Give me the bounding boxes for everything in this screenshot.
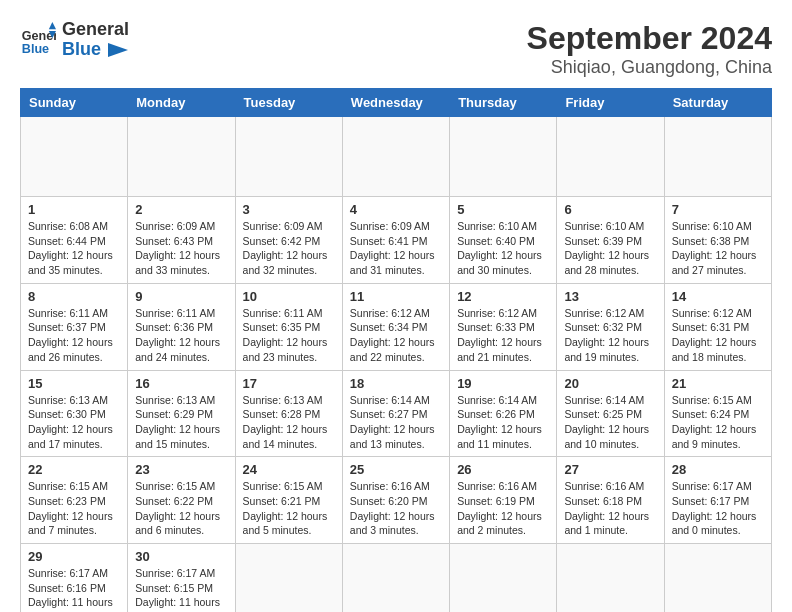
calendar-week-row: 29Sunrise: 6:17 AMSunset: 6:16 PMDayligh…: [21, 544, 772, 613]
month-title: September 2024: [527, 20, 772, 57]
logo-arrow: [108, 43, 128, 57]
table-row: 14Sunrise: 6:12 AMSunset: 6:31 PMDayligh…: [664, 283, 771, 370]
table-row: [557, 544, 664, 613]
table-row: 20Sunrise: 6:14 AMSunset: 6:25 PMDayligh…: [557, 370, 664, 457]
day-info: Sunrise: 6:10 AMSunset: 6:38 PMDaylight:…: [672, 219, 764, 278]
day-number: 12: [457, 289, 549, 304]
day-number: 4: [350, 202, 442, 217]
logo-general: General: [62, 19, 129, 39]
day-number: 21: [672, 376, 764, 391]
day-number: 30: [135, 549, 227, 564]
table-row: [664, 544, 771, 613]
day-info: Sunrise: 6:10 AMSunset: 6:39 PMDaylight:…: [564, 219, 656, 278]
day-number: 7: [672, 202, 764, 217]
svg-marker-2: [49, 22, 56, 29]
calendar-week-row: [21, 117, 772, 197]
day-info: Sunrise: 6:11 AMSunset: 6:35 PMDaylight:…: [243, 306, 335, 365]
calendar-week-row: 22Sunrise: 6:15 AMSunset: 6:23 PMDayligh…: [21, 457, 772, 544]
day-number: 1: [28, 202, 120, 217]
svg-text:Blue: Blue: [22, 41, 49, 55]
col-friday: Friday: [557, 89, 664, 117]
calendar-week-row: 15Sunrise: 6:13 AMSunset: 6:30 PMDayligh…: [21, 370, 772, 457]
table-row: 29Sunrise: 6:17 AMSunset: 6:16 PMDayligh…: [21, 544, 128, 613]
day-number: 3: [243, 202, 335, 217]
day-number: 9: [135, 289, 227, 304]
day-info: Sunrise: 6:09 AMSunset: 6:42 PMDaylight:…: [243, 219, 335, 278]
table-row: 22Sunrise: 6:15 AMSunset: 6:23 PMDayligh…: [21, 457, 128, 544]
table-row: 12Sunrise: 6:12 AMSunset: 6:33 PMDayligh…: [450, 283, 557, 370]
table-row: 5Sunrise: 6:10 AMSunset: 6:40 PMDaylight…: [450, 197, 557, 284]
table-row: 10Sunrise: 6:11 AMSunset: 6:35 PMDayligh…: [235, 283, 342, 370]
day-info: Sunrise: 6:09 AMSunset: 6:41 PMDaylight:…: [350, 219, 442, 278]
col-tuesday: Tuesday: [235, 89, 342, 117]
day-number: 17: [243, 376, 335, 391]
logo-icon: General Blue: [20, 22, 56, 58]
day-number: 8: [28, 289, 120, 304]
day-info: Sunrise: 6:14 AMSunset: 6:25 PMDaylight:…: [564, 393, 656, 452]
day-info: Sunrise: 6:12 AMSunset: 6:34 PMDaylight:…: [350, 306, 442, 365]
day-info: Sunrise: 6:15 AMSunset: 6:24 PMDaylight:…: [672, 393, 764, 452]
day-number: 15: [28, 376, 120, 391]
table-row: 4Sunrise: 6:09 AMSunset: 6:41 PMDaylight…: [342, 197, 449, 284]
table-row: [235, 544, 342, 613]
table-row: 25Sunrise: 6:16 AMSunset: 6:20 PMDayligh…: [342, 457, 449, 544]
table-row: [342, 544, 449, 613]
svg-marker-4: [108, 43, 128, 57]
page-header: General Blue General Blue September 2024…: [20, 20, 772, 78]
day-number: 5: [457, 202, 549, 217]
day-info: Sunrise: 6:08 AMSunset: 6:44 PMDaylight:…: [28, 219, 120, 278]
day-number: 20: [564, 376, 656, 391]
day-number: 16: [135, 376, 227, 391]
table-row: [664, 117, 771, 197]
day-number: 27: [564, 462, 656, 477]
day-info: Sunrise: 6:12 AMSunset: 6:32 PMDaylight:…: [564, 306, 656, 365]
day-info: Sunrise: 6:16 AMSunset: 6:19 PMDaylight:…: [457, 479, 549, 538]
table-row: 23Sunrise: 6:15 AMSunset: 6:22 PMDayligh…: [128, 457, 235, 544]
logo-blue: Blue: [62, 39, 101, 59]
day-number: 18: [350, 376, 442, 391]
table-row: 19Sunrise: 6:14 AMSunset: 6:26 PMDayligh…: [450, 370, 557, 457]
col-thursday: Thursday: [450, 89, 557, 117]
table-row: [342, 117, 449, 197]
table-row: 15Sunrise: 6:13 AMSunset: 6:30 PMDayligh…: [21, 370, 128, 457]
day-number: 19: [457, 376, 549, 391]
day-info: Sunrise: 6:16 AMSunset: 6:20 PMDaylight:…: [350, 479, 442, 538]
day-info: Sunrise: 6:11 AMSunset: 6:37 PMDaylight:…: [28, 306, 120, 365]
calendar-week-row: 8Sunrise: 6:11 AMSunset: 6:37 PMDaylight…: [21, 283, 772, 370]
day-info: Sunrise: 6:12 AMSunset: 6:31 PMDaylight:…: [672, 306, 764, 365]
day-info: Sunrise: 6:13 AMSunset: 6:30 PMDaylight:…: [28, 393, 120, 452]
day-info: Sunrise: 6:12 AMSunset: 6:33 PMDaylight:…: [457, 306, 549, 365]
day-info: Sunrise: 6:15 AMSunset: 6:22 PMDaylight:…: [135, 479, 227, 538]
day-number: 25: [350, 462, 442, 477]
day-info: Sunrise: 6:11 AMSunset: 6:36 PMDaylight:…: [135, 306, 227, 365]
day-number: 10: [243, 289, 335, 304]
table-row: 18Sunrise: 6:14 AMSunset: 6:27 PMDayligh…: [342, 370, 449, 457]
day-number: 6: [564, 202, 656, 217]
table-row: 30Sunrise: 6:17 AMSunset: 6:15 PMDayligh…: [128, 544, 235, 613]
day-info: Sunrise: 6:14 AMSunset: 6:27 PMDaylight:…: [350, 393, 442, 452]
table-row: 26Sunrise: 6:16 AMSunset: 6:19 PMDayligh…: [450, 457, 557, 544]
table-row: 8Sunrise: 6:11 AMSunset: 6:37 PMDaylight…: [21, 283, 128, 370]
day-number: 26: [457, 462, 549, 477]
calendar-header-row: Sunday Monday Tuesday Wednesday Thursday…: [21, 89, 772, 117]
col-wednesday: Wednesday: [342, 89, 449, 117]
table-row: [128, 117, 235, 197]
day-info: Sunrise: 6:17 AMSunset: 6:17 PMDaylight:…: [672, 479, 764, 538]
col-monday: Monday: [128, 89, 235, 117]
day-info: Sunrise: 6:13 AMSunset: 6:29 PMDaylight:…: [135, 393, 227, 452]
day-info: Sunrise: 6:09 AMSunset: 6:43 PMDaylight:…: [135, 219, 227, 278]
table-row: [235, 117, 342, 197]
day-number: 29: [28, 549, 120, 564]
day-number: 2: [135, 202, 227, 217]
calendar-table: Sunday Monday Tuesday Wednesday Thursday…: [20, 88, 772, 612]
day-info: Sunrise: 6:15 AMSunset: 6:21 PMDaylight:…: [243, 479, 335, 538]
day-number: 13: [564, 289, 656, 304]
col-sunday: Sunday: [21, 89, 128, 117]
day-number: 28: [672, 462, 764, 477]
day-number: 11: [350, 289, 442, 304]
day-info: Sunrise: 6:16 AMSunset: 6:18 PMDaylight:…: [564, 479, 656, 538]
day-number: 23: [135, 462, 227, 477]
calendar-week-row: 1Sunrise: 6:08 AMSunset: 6:44 PMDaylight…: [21, 197, 772, 284]
table-row: 13Sunrise: 6:12 AMSunset: 6:32 PMDayligh…: [557, 283, 664, 370]
table-row: 17Sunrise: 6:13 AMSunset: 6:28 PMDayligh…: [235, 370, 342, 457]
